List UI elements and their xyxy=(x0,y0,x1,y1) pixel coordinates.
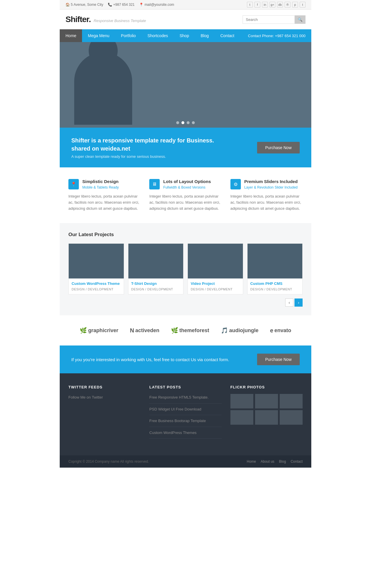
footer-link-about[interactable]: About us xyxy=(261,459,274,464)
flickr-thumb-3 xyxy=(280,394,303,408)
feature-item-2: ⚙ Premium Sliders Included Layer & Revol… xyxy=(230,179,303,211)
cta-heading: Shifter is a responsive template ready f… xyxy=(71,136,214,153)
flickr-thumb-6 xyxy=(280,410,303,425)
post-link-3[interactable]: Custom WordPress Themes xyxy=(149,429,221,439)
projects-section: Our Latest Projects Custom WordPress The… xyxy=(60,223,311,315)
flickr-thumb-5 xyxy=(255,410,278,425)
audiojungle-label: audiojungle xyxy=(229,328,259,334)
logo: Shifter. Responsive Business Template xyxy=(66,15,146,24)
feature-header-2: ⚙ Premium Sliders Included Layer & Revol… xyxy=(230,179,303,189)
header: Shifter. Responsive Business Template 🔍 xyxy=(60,10,311,29)
envato-icon: e xyxy=(270,327,273,334)
project-thumb-0 xyxy=(69,244,124,278)
partner-themeforest: 🌿 themeforest xyxy=(171,327,209,334)
purchase-now-button-2[interactable]: Purchase Now xyxy=(257,354,300,365)
nav-item-blog[interactable]: Blog xyxy=(195,29,214,42)
search-button[interactable]: 🔍 xyxy=(295,15,305,24)
project-thumb-1 xyxy=(128,244,183,278)
purchase-now-button-1[interactable]: Purchase Now xyxy=(257,142,300,153)
social-twitter[interactable]: t xyxy=(247,2,253,8)
projects-next-button[interactable]: › xyxy=(294,298,303,307)
project-thumb-2 xyxy=(188,244,243,278)
post-link-0[interactable]: Free Responsive HTML5 Template. xyxy=(149,394,221,403)
nav-items: Home Mega Menu Portfolio Shortcodes Shop… xyxy=(60,29,242,42)
feature-icon-2: ⚙ xyxy=(230,179,241,189)
project-card-1: T-Shirt Design DESIGN / DEVELOPMENT xyxy=(128,243,184,294)
social-tumblr[interactable]: t xyxy=(300,2,305,8)
social-dribbble[interactable]: db xyxy=(277,2,283,8)
project-title-1[interactable]: T-Shirt Design xyxy=(131,281,181,286)
footer-link-blog[interactable]: Blog xyxy=(279,459,286,464)
nav-item-home[interactable]: Home xyxy=(60,29,82,42)
project-title-0[interactable]: Custom WordPress Theme xyxy=(72,281,121,286)
project-cat-2: DESIGN / DEVELOPMENT xyxy=(191,287,232,291)
footer-link-home[interactable]: Home xyxy=(247,459,256,464)
footer-columns: TWITTER FEEDS Follow Me on Twitter LATES… xyxy=(68,385,303,441)
project-title-2[interactable]: Video Project xyxy=(191,281,240,286)
feature-item-1: 🖥 Lots of Layout Options Fullwidth & Box… xyxy=(149,179,221,211)
phone: 📞 +987 654 321 xyxy=(108,3,134,7)
feature-icon-0: 📍 xyxy=(68,179,79,189)
partner-activeden: N activeden xyxy=(130,327,159,334)
themeforest-label: themeforest xyxy=(179,328,209,334)
hero-dot-4[interactable] xyxy=(192,121,195,124)
nav-phone: Contact Phone: +987 654 321 000 xyxy=(242,30,311,42)
social-linkedin[interactable]: in xyxy=(262,2,268,8)
projects-grid: Custom WordPress Theme DESIGN / DEVELOPM… xyxy=(68,243,303,294)
nav-item-shortcodes[interactable]: Shortcodes xyxy=(142,29,174,42)
feature-name-2: Premium Sliders Included xyxy=(244,179,298,184)
project-cat-3: DESIGN / DEVELOPMENT xyxy=(250,287,292,291)
social-facebook[interactable]: f xyxy=(254,2,260,8)
projects-prev-button[interactable]: ‹ xyxy=(285,298,293,307)
flickr-grid xyxy=(230,394,303,425)
feature-subtitle-0: Mobile & Tablets Ready xyxy=(82,185,119,189)
feature-icon-1: 🖥 xyxy=(149,179,160,189)
footer-bottom-links: Home About us Blog Contact xyxy=(247,459,303,464)
footer-link-contact[interactable]: Contact xyxy=(291,459,303,464)
flickr-thumb-2 xyxy=(255,394,278,408)
project-card-0: Custom WordPress Theme DESIGN / DEVELOPM… xyxy=(68,243,124,294)
feature-desc-1: Integer libero lectus, porta acean pulvi… xyxy=(149,193,221,211)
nav-item-shop[interactable]: Shop xyxy=(174,29,195,42)
hero-dot-2[interactable] xyxy=(181,121,184,124)
hero-dot-3[interactable] xyxy=(187,121,190,124)
footer-bottom: Copright © 2014 Company name All rights … xyxy=(60,455,311,468)
project-cat-0: DESIGN / DEVELOPMENT xyxy=(72,287,113,291)
nav-item-portfolio[interactable]: Portfolio xyxy=(115,29,141,42)
top-bar-left: 🏠 5 Avenue, Some City 📞 +987 654 321 📍 m… xyxy=(66,3,174,7)
twitter-follow-link[interactable]: Follow Me on Twitter xyxy=(68,394,141,401)
nav-item-contact[interactable]: Contact xyxy=(214,29,240,42)
partner-audiojungle: 🎵 audiojungle xyxy=(221,327,259,334)
audiojungle-icon: 🎵 xyxy=(221,327,228,334)
projects-nav: ‹ › xyxy=(68,298,303,307)
post-link-2[interactable]: Free Business Bootsrap Template xyxy=(149,417,221,427)
post-link-1[interactable]: PSD Widget UI Free Download xyxy=(149,406,221,415)
hero-dot-1[interactable] xyxy=(176,121,179,124)
feature-item-0: 📍 Simplistic Design Mobile & Tablets Rea… xyxy=(68,179,141,211)
flickr-heading: FLICKR PHOTOS xyxy=(230,385,303,389)
themeforest-icon: 🌿 xyxy=(171,327,178,334)
nav-item-mega-menu[interactable]: Mega Menu xyxy=(82,29,115,42)
hero-figure xyxy=(74,52,138,128)
feature-desc-2: Integer libero lectus, porta acean pulvi… xyxy=(230,193,303,211)
projects-heading: Our Latest Projects xyxy=(68,232,303,238)
project-card-3: Custom PHP CMS DESIGN / DEVELOPMENT xyxy=(247,243,303,294)
project-title-3[interactable]: Custom PHP CMS xyxy=(250,281,300,286)
feature-title-2: Premium Sliders Included Layer & Revolut… xyxy=(244,179,298,189)
graphicriver-label: graphicriver xyxy=(88,328,118,334)
project-cat-1: DESIGN / DEVELOPMENT xyxy=(131,287,173,291)
partner-envato: e envato xyxy=(270,327,291,334)
email: 📍 mail@yoursite.com xyxy=(139,3,174,7)
social-pinterest[interactable]: p xyxy=(292,2,298,8)
feature-title-1: Lots of Layout Options Fullwidth & Boxed… xyxy=(163,179,211,189)
footer-posts: LATEST POSTS Free Responsive HTML5 Templ… xyxy=(149,385,221,441)
feature-name-1: Lots of Layout Options xyxy=(163,179,211,184)
social-google[interactable]: g+ xyxy=(270,2,275,8)
cta2-text: If you you're interested in working with… xyxy=(71,357,229,362)
cta-text: Shifter is a responsive template ready f… xyxy=(71,136,214,159)
social-rss[interactable]: ® xyxy=(285,2,290,8)
posts-heading: LATEST POSTS xyxy=(149,385,221,389)
search-input[interactable] xyxy=(243,15,295,24)
project-info-1: T-Shirt Design DESIGN / DEVELOPMENT xyxy=(128,278,183,294)
logo-tagline: Responsive Business Template xyxy=(94,19,146,23)
